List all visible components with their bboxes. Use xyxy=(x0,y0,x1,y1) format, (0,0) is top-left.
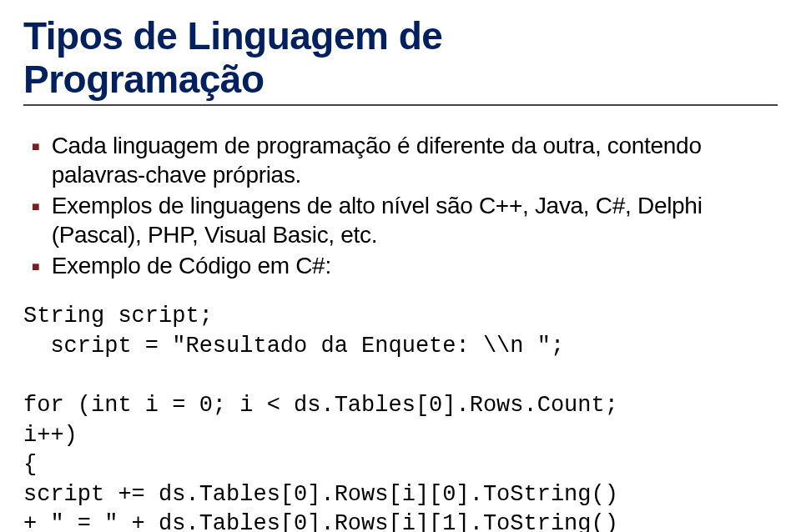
bullet-text: Exemplos de linguagens de alto nível são… xyxy=(52,191,778,249)
bullet-item: ■ Exemplo de Código em C#: xyxy=(32,251,778,280)
bullet-text: Exemplo de Código em C#: xyxy=(52,251,331,280)
bullet-item: ■ Exemplos de linguagens de alto nível s… xyxy=(32,191,778,249)
bullet-marker-icon: ■ xyxy=(32,259,40,274)
bullet-text: Cada linguagem de programação é diferent… xyxy=(52,131,778,189)
bullet-item: ■ Cada linguagem de programação é difere… xyxy=(32,131,778,189)
title-underline xyxy=(23,104,778,106)
title-line-1: Tipos de Linguagem de xyxy=(23,14,442,58)
bullet-marker-icon: ■ xyxy=(32,199,40,214)
bullet-marker-icon: ■ xyxy=(32,139,40,154)
bullet-list: ■ Cada linguagem de programação é difere… xyxy=(32,131,778,280)
code-block: String script; script = "Resultado da En… xyxy=(23,302,778,532)
slide-title: Tipos de Linguagem de Programação xyxy=(23,15,778,101)
title-line-2: Programação xyxy=(23,58,264,101)
